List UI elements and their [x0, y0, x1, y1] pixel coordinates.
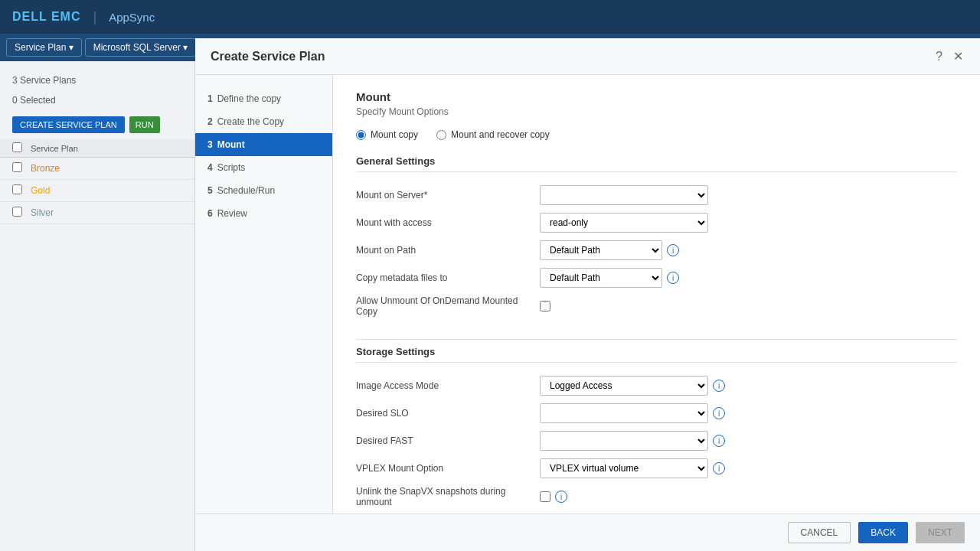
allow-unmount-checkbox[interactable] [540, 301, 550, 311]
copy-metadata-select[interactable]: Default Path [540, 268, 662, 288]
mount-on-server-control [540, 185, 957, 205]
allow-unmount-row: Allow Unmount Of OnDemand Mounted Copy [356, 292, 957, 321]
silver-item: Silver [31, 207, 182, 218]
content-panel: Mount Specify Mount Options Mount copy M… [333, 75, 980, 514]
image-access-mode-row: Image Access Mode Logged Access i [356, 372, 957, 399]
unlink-snapvx-control: i [540, 491, 957, 503]
mount-on-path-select[interactable]: Default Path [540, 240, 662, 260]
unlink-snapvx-row: Unlink the SnapVX snapshots during unmou… [356, 482, 957, 511]
bronze-checkbox[interactable] [12, 162, 22, 172]
step-4[interactable]: 4 Scripts [195, 156, 332, 179]
sidebar-actions: CREATE SERVICE PLAN RUN [0, 110, 194, 139]
mount-copy-option[interactable]: Mount copy [356, 129, 418, 140]
copy-metadata-label: Copy metadata files to [356, 272, 540, 283]
step-6[interactable]: 6 Review [195, 202, 332, 225]
storage-settings-title: Storage Settings [356, 346, 957, 363]
image-access-mode-select[interactable]: Logged Access [540, 376, 708, 396]
mount-with-access-control: read-only read-write [540, 213, 957, 233]
step-2[interactable]: 2 Create the Copy [195, 110, 332, 133]
back-button[interactable]: BACK [858, 522, 908, 543]
mount-recover-option[interactable]: Mount and recover copy [436, 129, 550, 140]
unlink-snapvx-checkbox[interactable] [540, 491, 550, 502]
vplex-mount-info-icon[interactable]: i [713, 462, 725, 474]
mount-on-path-row: Mount on Path Default Path i [356, 236, 957, 264]
create-service-plan-dialog: Create Service Plan ? ✕ 1 Define the cop… [195, 61, 980, 551]
step-5[interactable]: 5 Schedule/Run [195, 179, 332, 202]
dialog-header-controls: ? ✕ [934, 61, 965, 65]
mount-recover-radio[interactable] [436, 130, 446, 140]
gold-checkbox[interactable] [12, 184, 22, 194]
dialog-body: 1 Define the copy 2 Create the Copy 3 Mo… [195, 75, 980, 514]
sql-server-btn[interactable]: Microsoft SQL Server ▾ [85, 38, 197, 57]
step-1[interactable]: 1 Define the copy [195, 87, 332, 110]
mount-with-access-label: Mount with access [356, 217, 540, 228]
mount-on-path-label: Mount on Path [356, 245, 540, 256]
table-header: Service Plan [0, 139, 194, 158]
list-item[interactable]: Bronze [0, 158, 194, 180]
dialog-footer: CANCEL BACK NEXT [195, 514, 980, 551]
desired-slo-info-icon[interactable]: i [713, 407, 725, 419]
page-title: Mount [356, 90, 957, 103]
mount-on-server-select[interactable] [540, 185, 708, 205]
general-settings-section: General Settings Mount on Server* Mount … [356, 155, 957, 321]
mount-copy-radio[interactable] [356, 130, 366, 140]
copy-metadata-control: Default Path i [540, 268, 957, 288]
silver-checkbox[interactable] [12, 207, 22, 217]
dialog-header: Create Service Plan ? ✕ [195, 61, 980, 75]
mount-with-access-select[interactable]: read-only read-write [540, 213, 708, 233]
unlink-snapvx-label: Unlink the SnapVX snapshots during unmou… [356, 486, 540, 507]
dialog-title: Create Service Plan [211, 61, 325, 64]
copy-metadata-row: Copy metadata files to Default Path i [356, 264, 957, 292]
desired-fast-row: Desired FAST i [356, 427, 957, 455]
desired-fast-info-icon[interactable]: i [713, 435, 725, 447]
vplex-mount-control: VPLEX virtual volume i [540, 458, 957, 478]
service-plans-count: 3 Service Plans [0, 70, 194, 90]
select-all-checkbox[interactable] [12, 142, 22, 152]
desired-fast-label: Desired FAST [356, 435, 540, 446]
list-item[interactable]: Silver [0, 202, 194, 224]
header-checkbox-col [12, 142, 31, 154]
main-area: 3 Service Plans 0 Selected CREATE SERVIC… [0, 61, 980, 551]
vplex-mount-label: VPLEX Mount Option [356, 463, 540, 474]
cancel-button[interactable]: CANCEL [788, 522, 851, 543]
general-settings-title: General Settings [356, 155, 957, 172]
storage-settings-section: Storage Settings Image Access Mode Logge… [356, 346, 957, 514]
desired-slo-row: Desired SLO i [356, 399, 957, 427]
next-button[interactable]: NEXT [916, 522, 965, 543]
desired-fast-control: i [540, 431, 957, 451]
sidebar: 3 Service Plans 0 Selected CREATE SERVIC… [0, 61, 195, 551]
desired-slo-label: Desired SLO [356, 408, 540, 419]
steps-panel: 1 Define the copy 2 Create the Copy 3 Mo… [195, 75, 333, 514]
content-subtitle: Specify Mount Options [356, 106, 957, 117]
selected-count: 0 Selected [0, 90, 194, 110]
step-3[interactable]: 3 Mount [195, 133, 332, 156]
help-button[interactable]: ? [934, 61, 944, 65]
mount-on-path-control: Default Path i [540, 240, 957, 260]
vplex-mount-row: VPLEX Mount Option VPLEX virtual volume … [356, 455, 957, 482]
service-plan-btn[interactable]: Service Plan ▾ [6, 38, 82, 57]
mount-with-access-row: Mount with access read-only read-write [356, 209, 957, 236]
desired-slo-select[interactable] [540, 403, 708, 423]
mount-on-path-info-icon[interactable]: i [667, 244, 679, 256]
allow-unmount-control [540, 301, 957, 311]
unlink-snapvx-info-icon[interactable]: i [555, 491, 567, 503]
copy-metadata-info-icon[interactable]: i [667, 272, 679, 284]
app-name: AppSync [109, 11, 155, 24]
create-service-plan-button[interactable]: CREATE SERVICE PLAN [12, 116, 125, 133]
gold-item: Gold [31, 185, 182, 196]
image-access-mode-info-icon[interactable]: i [713, 380, 725, 392]
mount-on-server-label: Mount on Server* [356, 190, 540, 201]
desired-fast-select[interactable] [540, 431, 708, 451]
mount-type-radio-group: Mount copy Mount and recover copy [356, 129, 957, 140]
close-button[interactable]: ✕ [952, 61, 965, 65]
list-item[interactable]: Gold [0, 180, 194, 202]
bronze-item: Bronze [31, 163, 182, 174]
brand-logo: DELL EMC [12, 10, 80, 24]
topbar: DELL EMC | AppSync [0, 0, 980, 34]
desired-slo-control: i [540, 403, 957, 423]
image-access-mode-control: Logged Access i [540, 376, 957, 396]
allow-unmount-label: Allow Unmount Of OnDemand Mounted Copy [356, 295, 540, 317]
vplex-mount-select[interactable]: VPLEX virtual volume [540, 458, 708, 478]
run-button[interactable]: RUN [129, 116, 160, 133]
mount-on-server-row: Mount on Server* [356, 181, 957, 209]
